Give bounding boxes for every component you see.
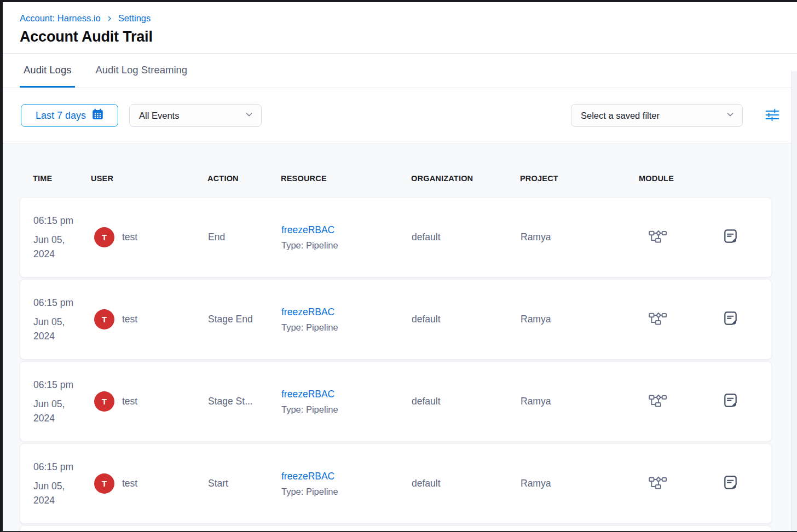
page-title: Account Audit Trail bbox=[20, 28, 797, 45]
row-date: Jun 05, 2024 bbox=[33, 397, 80, 426]
user-name: test bbox=[122, 478, 137, 489]
user-name: test bbox=[122, 314, 137, 325]
breadcrumb: Account: Harness.io Settings bbox=[20, 13, 797, 24]
note-icon bbox=[722, 392, 739, 411]
resource-type: Type: Pipeline bbox=[281, 240, 412, 251]
avatar: T bbox=[94, 227, 114, 247]
events-dropdown[interactable]: All Events bbox=[129, 104, 262, 127]
tab-audit-log-streaming[interactable]: Audit Log Streaming bbox=[91, 54, 191, 88]
events-dropdown-value: All Events bbox=[139, 111, 179, 121]
table-row[interactable]: 06:15 pm Jun 05, 2024 T test Stage St...… bbox=[20, 361, 772, 442]
pipeline-flowchart-icon bbox=[648, 393, 667, 410]
audit-table: TIME USER ACTION RESOURCE ORGANIZATION P… bbox=[3, 143, 797, 531]
notes-cell[interactable] bbox=[702, 310, 758, 329]
resource-cell: freezeRBAC Type: Pipeline bbox=[281, 389, 412, 415]
module-cell bbox=[639, 393, 702, 410]
module-cell bbox=[639, 475, 702, 492]
row-date: Jun 05, 2024 bbox=[33, 479, 80, 508]
table-row-partial bbox=[20, 525, 772, 531]
organization-cell: default bbox=[412, 314, 521, 325]
time-cell: 06:15 pm Jun 05, 2024 bbox=[33, 378, 80, 426]
table-header-row: TIME USER ACTION RESOURCE ORGANIZATION P… bbox=[20, 174, 772, 183]
calendar-icon bbox=[92, 108, 103, 123]
action-cell: Stage St... bbox=[208, 396, 281, 407]
action-cell: Stage End bbox=[208, 314, 281, 325]
date-range-label: Last 7 days bbox=[36, 110, 86, 122]
chevron-right-icon bbox=[106, 15, 113, 22]
table-row[interactable]: 06:15 pm Jun 05, 2024 T test Start freez… bbox=[20, 443, 772, 524]
row-time: 06:15 pm bbox=[33, 460, 80, 474]
resource-link[interactable]: freezeRBAC bbox=[281, 224, 412, 236]
user-cell: T test bbox=[91, 227, 208, 247]
resource-cell: freezeRBAC Type: Pipeline bbox=[281, 224, 412, 251]
col-header-module: MODULE bbox=[639, 174, 702, 183]
app-window: Account: Harness.io Settings Account Aud… bbox=[0, 0, 797, 532]
pipeline-flowchart-icon bbox=[648, 229, 667, 246]
row-time: 06:15 pm bbox=[33, 296, 80, 310]
user-name: test bbox=[122, 232, 137, 243]
user-cell: T test bbox=[91, 391, 208, 412]
avatar: T bbox=[94, 309, 114, 329]
notes-cell[interactable] bbox=[702, 228, 758, 247]
project-cell: Ramya bbox=[521, 396, 639, 407]
time-cell: 06:15 pm Jun 05, 2024 bbox=[33, 213, 80, 262]
col-header-resource: RESOURCE bbox=[281, 174, 411, 183]
module-cell bbox=[639, 311, 702, 328]
project-cell: Ramya bbox=[521, 232, 639, 243]
vertical-scrollbar[interactable] bbox=[792, 71, 797, 531]
note-icon bbox=[722, 310, 739, 329]
resource-link[interactable]: freezeRBAC bbox=[281, 471, 412, 482]
module-cell bbox=[639, 229, 702, 246]
user-name: test bbox=[122, 396, 137, 407]
saved-filter-dropdown[interactable]: Select a saved filter bbox=[571, 104, 743, 127]
table-row[interactable]: 06:15 pm Jun 05, 2024 T test End freezeR… bbox=[20, 197, 772, 277]
time-cell: 06:15 pm Jun 05, 2024 bbox=[33, 296, 80, 344]
user-cell: T test bbox=[91, 473, 208, 494]
col-header-action: ACTION bbox=[207, 174, 281, 183]
tab-audit-logs[interactable]: Audit Logs bbox=[20, 54, 75, 88]
resource-type: Type: Pipeline bbox=[281, 404, 412, 415]
filter-bar: Last 7 days All Events bbox=[3, 88, 797, 143]
action-cell: End bbox=[208, 232, 281, 243]
project-cell: Ramya bbox=[521, 314, 639, 325]
user-cell: T test bbox=[91, 309, 208, 329]
col-header-organization: ORGANIZATION bbox=[411, 174, 520, 183]
date-range-button[interactable]: Last 7 days bbox=[21, 104, 118, 127]
col-header-project: PROJECT bbox=[520, 174, 639, 183]
row-date: Jun 05, 2024 bbox=[33, 315, 80, 344]
resource-cell: freezeRBAC Type: Pipeline bbox=[281, 307, 412, 333]
organization-cell: default bbox=[412, 478, 521, 489]
time-cell: 06:15 pm Jun 05, 2024 bbox=[33, 460, 80, 508]
action-cell: Start bbox=[208, 478, 281, 489]
table-body: 06:15 pm Jun 05, 2024 T test End freezeR… bbox=[3, 197, 797, 524]
note-icon bbox=[722, 474, 739, 493]
chevron-down-icon bbox=[244, 109, 254, 122]
col-header-user: USER bbox=[91, 174, 207, 183]
col-header-time: TIME bbox=[33, 174, 91, 183]
notes-cell[interactable] bbox=[702, 392, 758, 411]
tab-bar: Audit Logs Audit Log Streaming bbox=[3, 53, 797, 88]
project-cell: Ramya bbox=[521, 478, 639, 489]
saved-filter-placeholder: Select a saved filter bbox=[581, 111, 660, 121]
row-time: 06:15 pm bbox=[33, 213, 80, 228]
organization-cell: default bbox=[412, 396, 521, 407]
chevron-down-icon bbox=[725, 109, 735, 122]
note-icon bbox=[722, 228, 739, 247]
resource-link[interactable]: freezeRBAC bbox=[281, 389, 412, 400]
resource-cell: freezeRBAC Type: Pipeline bbox=[281, 471, 412, 497]
notes-cell[interactable] bbox=[702, 474, 758, 493]
table-row[interactable]: 06:15 pm Jun 05, 2024 T test Stage End f… bbox=[20, 279, 772, 360]
organization-cell: default bbox=[412, 232, 521, 243]
resource-type: Type: Pipeline bbox=[281, 487, 412, 497]
sliders-filter-icon bbox=[765, 108, 779, 123]
pipeline-flowchart-icon bbox=[648, 311, 667, 328]
filter-settings-button[interactable] bbox=[763, 106, 782, 125]
breadcrumb-settings-link[interactable]: Settings bbox=[118, 13, 151, 24]
breadcrumb-account-link[interactable]: Account: Harness.io bbox=[20, 13, 101, 24]
resource-link[interactable]: freezeRBAC bbox=[281, 307, 412, 318]
page-header: Account: Harness.io Settings Account Aud… bbox=[3, 2, 797, 53]
pipeline-flowchart-icon bbox=[648, 475, 667, 492]
row-date: Jun 05, 2024 bbox=[33, 233, 80, 262]
row-time: 06:15 pm bbox=[33, 378, 80, 392]
avatar: T bbox=[94, 473, 114, 494]
